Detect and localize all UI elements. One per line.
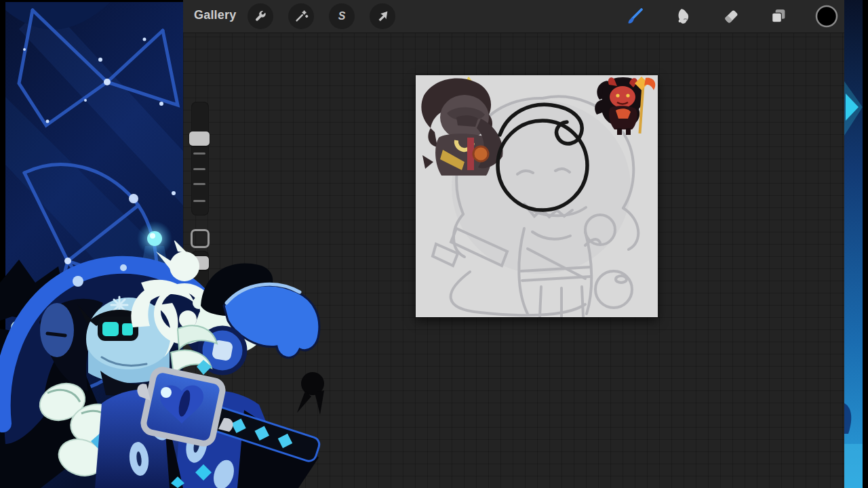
- brush-size-slider[interactable]: [191, 102, 209, 216]
- gallery-button[interactable]: Gallery: [194, 8, 236, 22]
- erase-tool-button[interactable]: [719, 4, 743, 28]
- drawing-canvas[interactable]: [416, 75, 658, 317]
- ink-lines-layer: [416, 75, 658, 317]
- selection-button[interactable]: S: [329, 3, 355, 29]
- magic-wand-icon: [294, 9, 309, 24]
- background-art-right: [844, 0, 863, 488]
- actions-button[interactable]: [248, 3, 273, 29]
- transform-arrow-icon: [375, 9, 390, 24]
- smudge-tool-button[interactable]: [671, 4, 695, 28]
- black-droplet: [297, 372, 324, 415]
- brush-icon: [625, 6, 645, 26]
- overlay-cookie-character: [0, 241, 326, 488]
- wrench-icon: [253, 9, 268, 24]
- color-button[interactable]: [814, 4, 839, 28]
- slider-tick: [193, 183, 205, 185]
- slider-tick: [193, 168, 205, 170]
- color-disc-icon: [814, 4, 839, 28]
- slider-tick: [193, 152, 205, 155]
- eraser-icon: [721, 6, 741, 26]
- brush-size-slider-handle[interactable]: [189, 131, 210, 146]
- adjustments-button[interactable]: [288, 3, 314, 29]
- smudge-icon: [673, 6, 693, 26]
- procreate-topbar: Gallery S: [183, 0, 844, 33]
- layers-icon: [768, 6, 789, 26]
- paint-tool-button[interactable]: [623, 4, 647, 28]
- svg-text:S: S: [338, 10, 346, 22]
- layers-button[interactable]: [766, 4, 791, 28]
- transform-button[interactable]: [370, 3, 395, 29]
- slider-tick: [193, 200, 205, 202]
- selection-s-icon: S: [334, 8, 350, 24]
- video-frame: { "topbar": { "gallery_label": "Gallery"…: [0, 0, 868, 488]
